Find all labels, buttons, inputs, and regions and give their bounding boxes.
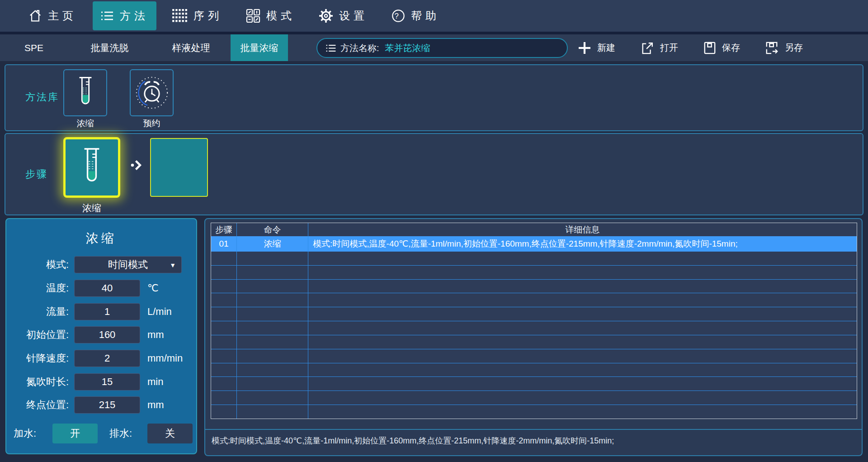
temperature-label: 温度: [6, 280, 69, 297]
table-empty-row[interactable] [211, 280, 857, 294]
table-empty-cell [211, 405, 236, 419]
flow-label: 流量: [6, 303, 69, 320]
mode-label: 模式: [6, 256, 69, 273]
temperature-input[interactable]: 40 [74, 280, 140, 297]
nav-mode[interactable]: 模式 [238, 0, 303, 32]
flow-unit: L/min [147, 303, 172, 320]
method-name-label: 方法名称: [340, 42, 379, 54]
table-empty-cell [308, 266, 857, 279]
top-navbar: 主页 方法 序列 [0, 0, 868, 32]
table-empty-cell [308, 293, 857, 307]
new-button[interactable]: 新建 [578, 41, 615, 55]
step-card-concentrate[interactable] [63, 137, 120, 198]
library-item-concentrate-label: 浓缩 [63, 118, 107, 129]
table-empty-row[interactable] [211, 321, 857, 335]
table-header-step: 步骤 [211, 223, 236, 236]
list-icon [326, 43, 336, 53]
table-empty-cell [236, 363, 308, 377]
nitrogen-time-input[interactable]: 15 [74, 373, 140, 391]
nitrogen-time-unit: min [147, 373, 163, 391]
table-empty-cell [308, 377, 857, 391]
step-card-empty[interactable] [150, 138, 208, 197]
table-empty-cell [308, 363, 857, 377]
add-water-toggle[interactable]: 开 [52, 424, 98, 443]
alarm-clock-icon [135, 76, 169, 110]
table-empty-row[interactable] [211, 391, 857, 405]
table-empty-row[interactable] [211, 307, 857, 321]
form-row-flow: 流量: 1 L/min [6, 303, 196, 320]
flow-input[interactable]: 1 [74, 303, 140, 320]
table-empty-row[interactable] [211, 293, 857, 307]
library-item-concentrate[interactable] [63, 69, 107, 116]
home-icon [28, 9, 42, 23]
nav-home-label: 主页 [48, 9, 77, 23]
nav-settings[interactable]: 设置 [311, 0, 376, 32]
form-row-needle-speed: 针降速度: 2 mm/min [6, 350, 196, 367]
table-empty-cell [211, 335, 236, 349]
nav-home[interactable]: 主页 [21, 0, 85, 32]
table-empty-cell [308, 280, 857, 293]
nav-method-label: 方法 [120, 9, 149, 23]
table-header-row: 步骤 命令 详细信息 [211, 223, 857, 236]
method-list-icon [100, 10, 114, 22]
table-empty-row[interactable] [211, 349, 857, 363]
open-button-label: 打开 [660, 42, 678, 54]
save-icon [703, 41, 716, 55]
method-name-field[interactable]: 方法名称: 苯并芘浓缩 [316, 38, 568, 58]
table-empty-row[interactable] [211, 266, 857, 280]
temperature-unit: ℃ [147, 280, 159, 297]
table-empty-cell [211, 266, 236, 279]
form-row-mode: 模式: 时间模式 ▼ [6, 256, 196, 273]
form-row-nitrogen-time: 氮吹时长: 15 min [6, 373, 196, 391]
end-position-input[interactable]: 215 [74, 396, 140, 414]
table-header-detail: 详细信息 [308, 223, 857, 236]
save-button-label: 保存 [722, 42, 740, 54]
steps-table-panel: 步骤 命令 详细信息 01 浓缩 模式:时间模式,温度-40℃,流量-1ml/m… [204, 218, 863, 456]
table-empty-cell [211, 363, 236, 377]
nav-sequence-label: 序列 [193, 9, 222, 23]
tab-batch-elution[interactable]: 批量洗脱 [68, 34, 151, 61]
table-empty-cell [308, 335, 857, 349]
table-status-divider [205, 429, 862, 430]
open-icon [641, 41, 654, 55]
start-position-input[interactable]: 160 [74, 326, 140, 343]
nav-help[interactable]: ? 帮助 [384, 0, 448, 32]
table-empty-row[interactable] [211, 363, 857, 377]
table-empty-cell [236, 293, 308, 307]
drain-label: 排水: [109, 424, 132, 443]
start-position-unit: mm [147, 326, 164, 343]
save-as-button[interactable]: 另存 [765, 41, 803, 55]
save-button[interactable]: 保存 [703, 41, 740, 55]
tab-spe[interactable]: SPE [0, 34, 68, 61]
table-empty-row[interactable] [211, 377, 857, 391]
table-empty-cell [211, 391, 236, 405]
table-empty-cell [308, 391, 857, 405]
method-library-panel: 方法库 浓缩 [5, 64, 863, 131]
mode-dropdown[interactable]: 时间模式 ▼ [74, 256, 182, 273]
table-empty-row[interactable] [211, 335, 857, 349]
table-empty-cell [236, 405, 308, 419]
needle-speed-input[interactable]: 2 [74, 350, 140, 367]
tab-batch-concentration[interactable]: 批量浓缩 [231, 34, 288, 61]
file-actions: 新建 打开 保存 另存 [578, 34, 803, 61]
table-header-command: 命令 [236, 223, 308, 236]
drain-toggle[interactable]: 关 [147, 424, 193, 443]
table-empty-row[interactable] [211, 405, 857, 419]
table-cell-detail: 模式:时间模式,温度-40℃,流量-1ml/min,初始位置-160mm,终点位… [308, 236, 857, 252]
table-row-selected[interactable]: 01 浓缩 模式:时间模式,温度-40℃,流量-1ml/min,初始位置-160… [211, 236, 857, 252]
open-button[interactable]: 打开 [641, 41, 678, 55]
table-cell-step: 01 [211, 236, 236, 252]
nav-mode-label: 模式 [266, 9, 295, 23]
table-empty-cell [211, 293, 236, 307]
table-empty-cell [236, 266, 308, 279]
tab-sample-treatment[interactable]: 样液处理 [151, 34, 231, 61]
nav-method[interactable]: 方法 [93, 1, 156, 30]
nav-sequence[interactable]: 序列 [165, 0, 230, 32]
steps-table: 步骤 命令 详细信息 01 浓缩 模式:时间模式,温度-40℃,流量-1ml/m… [211, 223, 857, 419]
table-empty-cell [308, 405, 857, 419]
method-name-value[interactable]: 苯并芘浓缩 [385, 42, 430, 54]
table-empty-cell [211, 307, 236, 321]
library-item-schedule[interactable] [130, 69, 174, 116]
table-empty-row[interactable] [211, 252, 857, 266]
table-empty-cell [211, 321, 236, 335]
